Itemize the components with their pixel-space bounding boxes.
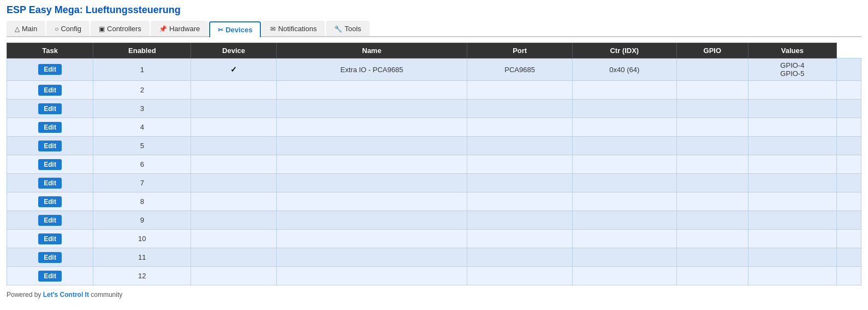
edit-button-6[interactable]: Edit (38, 159, 62, 170)
name-cell-5 (467, 137, 573, 155)
device-cell-5 (276, 137, 467, 155)
values-cell-9 (836, 211, 861, 230)
nav-tab-label-notifications: Notifications (278, 25, 317, 33)
enabled-cell-5 (191, 137, 276, 155)
table-row: Edit5 (7, 137, 861, 155)
gpio-cell-1: GPIO-4GPIO-5 (748, 59, 836, 81)
enabled-cell-2 (191, 81, 276, 100)
ctr-idx-cell-7 (676, 174, 748, 192)
task-number-8: 8 (93, 192, 191, 211)
notifications-icon: ✉ (270, 25, 276, 33)
nav-tab-config[interactable]: ○Config (46, 21, 90, 36)
edit-button-4[interactable]: Edit (38, 122, 62, 133)
device-cell-9 (276, 211, 467, 230)
values-cell-10 (836, 230, 861, 248)
col-header-gpio: GPIO (676, 43, 748, 59)
edit-cell-8: Edit (7, 192, 93, 211)
ctr-idx-cell-5 (676, 137, 748, 155)
table-row: Edit2 (7, 81, 861, 100)
edit-button-11[interactable]: Edit (38, 252, 62, 263)
ctr-idx-cell-10 (676, 230, 748, 248)
page-title: ESP Easy Mega: Lueftungssteuerung (7, 4, 861, 16)
footer-link[interactable]: Let's Control It (43, 291, 89, 299)
edit-cell-1: Edit (7, 59, 93, 81)
edit-button-8[interactable]: Edit (38, 196, 62, 207)
table-header-row: TaskEnabledDeviceNamePortCtr (IDX)GPIOVa… (7, 43, 861, 59)
values-cell-2 (836, 81, 861, 100)
nav-tab-main[interactable]: △Main (7, 21, 45, 36)
edit-cell-10: Edit (7, 230, 93, 248)
device-cell-6 (276, 155, 467, 174)
port-cell-5 (572, 137, 676, 155)
nav-tab-label-config: Config (61, 25, 81, 33)
controllers-icon: ▣ (99, 25, 105, 33)
gpio-cell-2 (748, 81, 836, 100)
edit-button-10[interactable]: Edit (38, 233, 62, 244)
ctr-idx-cell-4 (676, 118, 748, 137)
device-cell-11 (276, 248, 467, 267)
name-cell-1: PCA9685 (467, 59, 573, 81)
devices-table: TaskEnabledDeviceNamePortCtr (IDX)GPIOVa… (7, 43, 861, 285)
enabled-cell-12 (191, 267, 276, 285)
port-cell-10 (572, 230, 676, 248)
tools-icon: 🔧 (334, 25, 342, 33)
nav-tab-hardware[interactable]: 📌Hardware (151, 21, 208, 36)
edit-cell-4: Edit (7, 118, 93, 137)
task-number-1: 1 (93, 59, 191, 81)
table-row: Edit4 (7, 118, 861, 137)
name-cell-8 (467, 192, 573, 211)
table-row: Edit8 (7, 192, 861, 211)
nav-tab-controllers[interactable]: ▣Controllers (91, 21, 150, 36)
name-cell-10 (467, 230, 573, 248)
edit-button-7[interactable]: Edit (38, 178, 62, 189)
edit-button-2[interactable]: Edit (38, 85, 62, 96)
device-cell-1: Extra IO - PCA9685 (276, 59, 467, 81)
gpio-cell-11 (748, 248, 836, 267)
edit-cell-9: Edit (7, 211, 93, 230)
task-number-10: 10 (93, 230, 191, 248)
device-cell-2 (276, 81, 467, 100)
edit-button-12[interactable]: Edit (38, 271, 62, 282)
port-cell-1: 0x40 (64) (572, 59, 676, 81)
gpio-cell-3 (748, 100, 836, 118)
nav-tab-tools[interactable]: 🔧Tools (326, 21, 369, 36)
gpio-cell-8 (748, 192, 836, 211)
edit-button-3[interactable]: Edit (38, 103, 62, 114)
nav-tab-label-devices: Devices (225, 26, 252, 34)
task-number-7: 7 (93, 174, 191, 192)
device-cell-7 (276, 174, 467, 192)
task-number-6: 6 (93, 155, 191, 174)
nav-tab-devices[interactable]: ✂Devices (209, 21, 261, 37)
gpio-cell-5 (748, 137, 836, 155)
edit-button-1[interactable]: Edit (38, 64, 62, 75)
name-cell-7 (467, 174, 573, 192)
col-header-name: Name (276, 43, 467, 59)
table-row: Edit12 (7, 267, 861, 285)
task-number-12: 12 (93, 267, 191, 285)
config-icon: ○ (55, 25, 58, 33)
values-cell-6 (836, 155, 861, 174)
enabled-cell-7 (191, 174, 276, 192)
nav-tab-notifications[interactable]: ✉Notifications (262, 21, 325, 36)
enabled-cell-10 (191, 230, 276, 248)
col-header-values: Values (748, 43, 836, 59)
name-cell-11 (467, 248, 573, 267)
name-cell-3 (467, 100, 573, 118)
edit-button-9[interactable]: Edit (38, 215, 62, 226)
task-number-5: 5 (93, 137, 191, 155)
edit-button-5[interactable]: Edit (38, 141, 62, 151)
edit-cell-5: Edit (7, 137, 93, 155)
port-cell-11 (572, 248, 676, 267)
footer-suffix: community (89, 291, 122, 299)
edit-cell-7: Edit (7, 174, 93, 192)
task-number-4: 4 (93, 118, 191, 137)
edit-cell-3: Edit (7, 100, 93, 118)
nav-tab-label-tools: Tools (344, 25, 361, 33)
name-cell-6 (467, 155, 573, 174)
table-row: Edit10 (7, 230, 861, 248)
values-cell-7 (836, 174, 861, 192)
col-header-task: Task (7, 43, 93, 59)
device-cell-10 (276, 230, 467, 248)
devices-icon: ✂ (218, 26, 223, 34)
ctr-idx-cell-3 (676, 100, 748, 118)
